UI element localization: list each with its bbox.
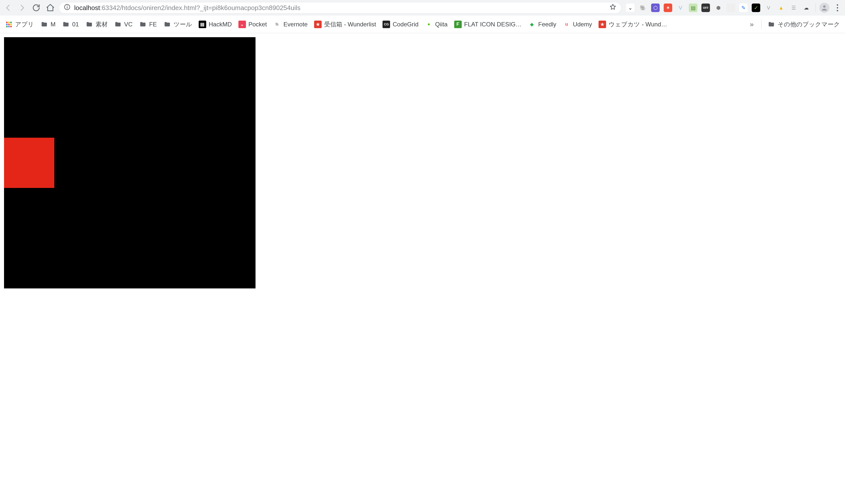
black-check-icon[interactable]: ✓: [752, 3, 760, 12]
svg-rect-10: [6, 24, 8, 25]
bookmark-label: CodeGrid: [393, 21, 418, 28]
bookmark-folder[interactable]: ツール: [163, 19, 193, 30]
bookmark-label: Udemy: [573, 21, 592, 28]
svg-point-6: [837, 10, 838, 11]
folder-icon: [86, 21, 93, 28]
bookmark-udemy[interactable]: uUdemy: [562, 20, 592, 29]
light-box-icon[interactable]: [727, 3, 735, 12]
evernote-icon[interactable]: 🐘: [639, 3, 647, 12]
kebab-icon: [836, 4, 839, 11]
codegrid-favicon: CG: [382, 21, 390, 28]
apps-label: アプリ: [15, 20, 34, 29]
canvas-stage[interactable]: [4, 37, 256, 288]
bookmark-evernote[interactable]: 🐘Evernote: [273, 20, 308, 29]
svg-rect-12: [10, 24, 12, 25]
cloud-icon[interactable]: ☁: [802, 3, 811, 12]
home-icon: [46, 3, 55, 12]
bookmark-wunder2[interactable]: ★ウェブカツ - Wund…: [598, 19, 668, 30]
bookmark-qiita[interactable]: ●Qiita: [425, 20, 448, 29]
other-bookmarks-folder[interactable]: その他のブックマーク: [767, 19, 841, 30]
grey-v-icon[interactable]: V: [764, 3, 773, 12]
svg-rect-14: [8, 25, 10, 27]
url-text: localhost:63342/htdocs/oniren2/index.htm…: [74, 4, 606, 12]
bookmark-label: 受信箱 - Wunderlist: [324, 20, 376, 29]
toolbar-separator: [815, 3, 816, 12]
grey-hex-icon[interactable]: ⬢: [714, 3, 723, 12]
hat-off-icon[interactable]: OFF: [702, 3, 710, 12]
stripes-icon[interactable]: ☰: [789, 3, 798, 12]
arrow-right-icon: [18, 3, 27, 12]
bookmark-label: Feedly: [538, 21, 556, 28]
address-bar[interactable]: localhost:63342/htdocs/oniren2/index.htm…: [59, 2, 621, 14]
bookmarks-overflow-button[interactable]: »: [748, 20, 756, 29]
svg-point-2: [67, 5, 67, 6]
reload-icon: [32, 3, 41, 12]
extensions-row: ⌄🐘⬡✶V▤OFF⬢✎✓V▲☰☁: [624, 3, 812, 12]
drive-icon[interactable]: ▲: [777, 3, 786, 12]
bookmark-pocket[interactable]: ⌄Pocket: [238, 20, 267, 29]
red-circle-icon[interactable]: ✶: [664, 3, 672, 12]
wunder2-favicon: ★: [599, 21, 606, 28]
bookmark-feedly[interactable]: ◆Feedly: [528, 20, 557, 29]
hackmd-favicon: ▤: [199, 21, 206, 28]
reload-button[interactable]: [31, 2, 42, 13]
arrow-left-icon: [3, 3, 13, 12]
bookmark-flaticon[interactable]: FFLAT ICON DESIG…: [454, 20, 522, 29]
bookmark-label: Pocket: [248, 21, 267, 28]
svg-rect-11: [8, 24, 10, 25]
other-bookmarks-label: その他のブックマーク: [778, 20, 840, 29]
url-path: :63342/htdocs/oniren2/index.html?_ijt=pi…: [100, 4, 300, 12]
bookmark-folder[interactable]: FE: [139, 20, 157, 29]
bookmark-folder-label: VC: [124, 21, 133, 28]
udemy-favicon: u: [563, 21, 570, 28]
green-box-icon[interactable]: ▤: [689, 3, 697, 12]
bookmark-label: Evernote: [283, 21, 308, 28]
home-button[interactable]: [45, 2, 56, 13]
bookmark-folder-label: 素材: [96, 20, 108, 29]
wunder1-favicon: ★: [314, 21, 322, 28]
svg-rect-8: [8, 22, 10, 23]
svg-point-5: [837, 7, 838, 8]
svg-rect-15: [10, 25, 12, 27]
folder-icon: [768, 21, 775, 28]
svg-rect-13: [6, 25, 8, 27]
bookmark-wunder1[interactable]: ★受信箱 - Wunderlist: [314, 19, 377, 30]
svg-rect-9: [10, 22, 12, 23]
bookmark-star-icon[interactable]: [609, 3, 617, 13]
bookmark-hackmd[interactable]: ▤HackMD: [198, 20, 232, 29]
flaticon-favicon: F: [454, 21, 462, 28]
chrome-menu-button[interactable]: [832, 3, 843, 13]
nav-back-button[interactable]: [2, 2, 14, 13]
pocket-icon[interactable]: ⌄: [626, 3, 635, 12]
evernote-favicon: 🐘: [273, 21, 281, 28]
folder-icon: [62, 21, 70, 28]
hex-purple-icon[interactable]: ⬡: [651, 3, 660, 12]
page-content: [0, 33, 845, 504]
bookmark-label: FLAT ICON DESIG…: [464, 21, 522, 28]
bookmark-folder[interactable]: 01: [62, 20, 80, 29]
folder-icon: [114, 21, 122, 28]
bookmark-folder[interactable]: VC: [114, 20, 133, 29]
site-info-icon[interactable]: [64, 3, 71, 12]
bookmark-folder-label: M: [51, 21, 56, 28]
bookmarks-bar: アプリ M01素材VCFEツール ▤HackMD⌄Pocket🐘Evernote…: [0, 16, 845, 33]
bookmark-codegrid[interactable]: CGCodeGrid: [382, 20, 419, 29]
qiita-favicon: ●: [425, 21, 433, 28]
bookmark-label: Qiita: [435, 21, 447, 28]
vue-icon[interactable]: V: [676, 3, 685, 12]
blue-edit-icon[interactable]: ✎: [739, 3, 748, 12]
folder-icon: [139, 21, 146, 28]
bookmark-folder-label: 01: [72, 21, 79, 28]
red-square: [4, 138, 54, 188]
bookmark-folder-label: ツール: [174, 20, 192, 29]
svg-point-3: [823, 5, 826, 8]
bookmark-folder[interactable]: 素材: [85, 19, 108, 30]
url-host: localhost: [74, 4, 100, 12]
nav-forward-button[interactable]: [17, 2, 28, 13]
feedly-favicon: ◆: [528, 21, 536, 28]
profile-avatar[interactable]: [820, 3, 829, 13]
pocket-favicon: ⌄: [238, 21, 246, 28]
apps-shortcut[interactable]: アプリ: [4, 19, 34, 30]
svg-rect-7: [6, 22, 8, 23]
bookmark-folder[interactable]: M: [40, 20, 56, 29]
